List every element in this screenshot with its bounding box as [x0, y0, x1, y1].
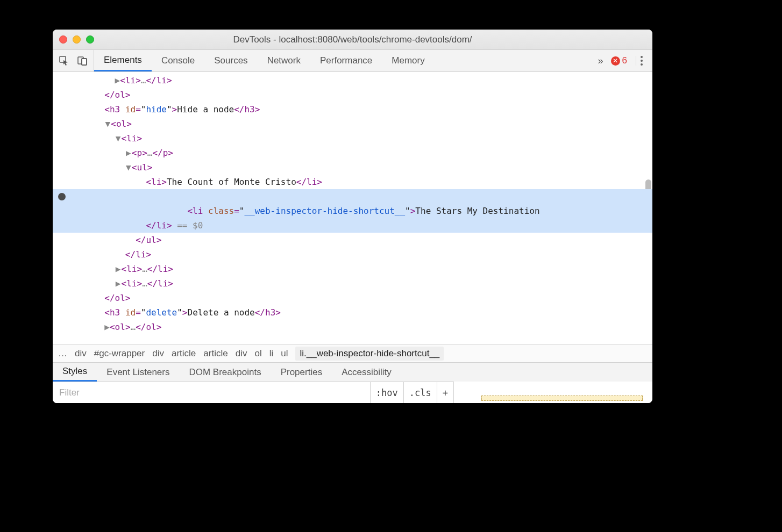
toggle-hover-button[interactable]: :hov	[371, 382, 404, 403]
breadcrumb-item-selected[interactable]: li.__web-inspector-hide-shortcut__	[295, 347, 444, 361]
main-toolbar: Elements Console Sources Network Perform…	[53, 50, 652, 72]
panel-tabs: Elements Console Sources Network Perform…	[94, 50, 591, 71]
dom-tree[interactable]: ▶<li>…</li> </ol> <h3 id="hide">Hide a n…	[53, 72, 652, 344]
styles-panel: :hov .cls +	[53, 382, 652, 403]
dom-line[interactable]: ▶<li>…</li>	[53, 73, 652, 88]
breadcrumb-item[interactable]: div	[152, 348, 164, 359]
dom-line[interactable]: <h3 id="hide">Hide a node</h3>	[53, 102, 652, 117]
dom-line[interactable]: </ol>	[53, 291, 652, 305]
hidden-node-indicator-icon	[58, 193, 66, 200]
tab-dom-breakpoints[interactable]: DOM Breakpoints	[179, 363, 271, 382]
window-title: DevTools - localhost:8080/web/tools/chro…	[53, 34, 652, 45]
error-count: 6	[622, 55, 627, 66]
styles-toolbar: :hov .cls +	[53, 382, 453, 403]
tab-sources[interactable]: Sources	[204, 50, 257, 71]
minimize-button[interactable]	[73, 35, 81, 44]
box-model-margin-icon	[481, 396, 643, 401]
computed-box-model	[453, 382, 652, 403]
dom-line[interactable]: </ul>	[53, 233, 652, 247]
tab-memory[interactable]: Memory	[382, 50, 434, 71]
dom-line[interactable]: ▶<li>…</li>	[53, 276, 652, 291]
breadcrumb-item[interactable]: #gc-wrapper	[94, 348, 145, 359]
dom-line[interactable]: </li>	[53, 247, 652, 262]
dom-line[interactable]: ▶<li>…</li>	[53, 262, 652, 276]
zoom-button[interactable]	[86, 35, 94, 44]
dom-line[interactable]: ▶<ol>…</ol>	[53, 320, 652, 334]
devtools-window: DevTools - localhost:8080/web/tools/chro…	[53, 30, 652, 403]
device-toggle-icon[interactable]	[76, 55, 88, 67]
close-button[interactable]	[59, 35, 67, 44]
breadcrumb-item[interactable]: div	[236, 348, 247, 359]
dom-line[interactable]: <li>The Count of Monte Cristo</li>	[53, 175, 652, 189]
breadcrumb-bar: … div #gc-wrapper div article article di…	[53, 344, 652, 362]
dom-line[interactable]: </ol>	[53, 88, 652, 102]
tab-console[interactable]: Console	[152, 50, 204, 71]
dom-line[interactable]: ▼<li>	[53, 131, 652, 146]
traffic-lights	[59, 35, 94, 44]
tab-network[interactable]: Network	[258, 50, 310, 71]
error-count-badge[interactable]: ✕ 6	[611, 55, 627, 66]
new-style-rule-button[interactable]: +	[437, 382, 453, 403]
breadcrumb-item[interactable]: article	[172, 348, 196, 359]
styles-filter-input[interactable]	[53, 382, 370, 403]
toolbar-left	[53, 50, 94, 71]
dom-line[interactable]: ▼<ul>	[53, 160, 652, 175]
styles-toolbar-buttons: :hov .cls +	[370, 382, 453, 403]
error-icon: ✕	[611, 56, 620, 66]
breadcrumb-item[interactable]: ul	[281, 348, 288, 359]
settings-menu-icon[interactable]	[636, 56, 647, 66]
dom-line-selected[interactable]: </li> == $0	[53, 218, 652, 233]
tab-event-listeners[interactable]: Event Listeners	[97, 363, 179, 382]
dom-line[interactable]: ▼<ol>	[53, 117, 652, 131]
tab-styles[interactable]: Styles	[53, 363, 97, 382]
tab-elements[interactable]: Elements	[94, 50, 152, 71]
dom-line-selected[interactable]: <li class="__web-inspector-hide-shortcut…	[53, 189, 652, 218]
breadcrumb-item[interactable]: article	[203, 348, 228, 359]
titlebar: DevTools - localhost:8080/web/tools/chro…	[53, 30, 652, 50]
toolbar-right: » ✕ 6	[591, 50, 652, 71]
dom-tree-content: ▶<li>…</li> </ol> <h3 id="hide">Hide a n…	[53, 72, 652, 334]
svg-rect-2	[82, 59, 87, 65]
tab-accessibility[interactable]: Accessibility	[332, 363, 401, 382]
breadcrumb-overflow[interactable]: …	[58, 348, 67, 359]
tab-properties[interactable]: Properties	[271, 363, 332, 382]
overflow-tabs-icon[interactable]: »	[596, 55, 606, 67]
breadcrumb-item[interactable]: ol	[254, 348, 261, 359]
breadcrumb-item[interactable]: li	[269, 348, 274, 359]
toggle-classes-button[interactable]: .cls	[404, 382, 437, 403]
breadcrumb-item[interactable]: div	[75, 348, 87, 359]
dom-line[interactable]: <h3 id="delete">Delete a node</h3>	[53, 305, 652, 320]
sidebar-tabs: Styles Event Listeners DOM Breakpoints P…	[53, 362, 652, 382]
inspect-icon[interactable]	[58, 55, 70, 67]
dom-line[interactable]: ▶<p>…</p>	[53, 146, 652, 160]
tab-performance[interactable]: Performance	[310, 50, 382, 71]
